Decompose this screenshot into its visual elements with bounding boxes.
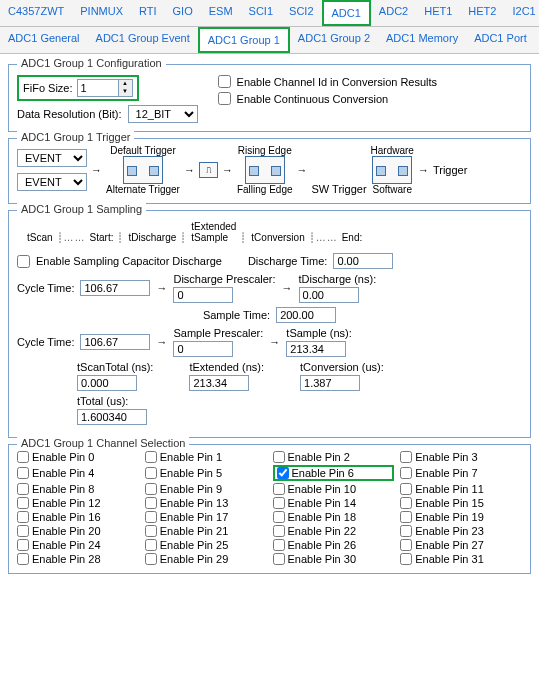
enable-pin-3-label: Enable Pin 3 bbox=[415, 451, 477, 463]
tscantotal-input[interactable] bbox=[77, 375, 137, 391]
discharge-prescaler-input[interactable] bbox=[173, 287, 233, 303]
enable-pin-9-label: Enable Pin 9 bbox=[160, 483, 222, 495]
sub-tab-adc1-group-event[interactable]: ADC1 Group Event bbox=[88, 27, 198, 53]
channel-item-25: Enable Pin 25 bbox=[145, 539, 267, 551]
trigger-block-3 bbox=[372, 156, 412, 184]
tsample-ns-input[interactable] bbox=[286, 341, 346, 357]
enable-pin-16-label: Enable Pin 16 bbox=[32, 511, 101, 523]
top-tab-adc1[interactable]: ADC1 bbox=[322, 0, 371, 26]
top-tab-rti[interactable]: RTI bbox=[131, 0, 165, 26]
enable-pin-14-checkbox[interactable] bbox=[273, 497, 285, 509]
enable-pin-7-checkbox[interactable] bbox=[400, 467, 412, 479]
enable-pin-0-checkbox[interactable] bbox=[17, 451, 29, 463]
enable-pin-27-checkbox[interactable] bbox=[400, 539, 412, 551]
sub-tab-bar: ADC1 GeneralADC1 Group EventADC1 Group 1… bbox=[0, 27, 539, 54]
enable-pin-12-checkbox[interactable] bbox=[17, 497, 29, 509]
sub-tab-adc1-group-1[interactable]: ADC1 Group 1 bbox=[198, 27, 290, 53]
top-tab-gio[interactable]: GIO bbox=[165, 0, 201, 26]
top-tab-c4357zwt[interactable]: C4357ZWT bbox=[0, 0, 72, 26]
enable-pin-29-checkbox[interactable] bbox=[145, 553, 157, 565]
wave-block: ⎍ bbox=[199, 162, 218, 178]
enable-pin-30-checkbox[interactable] bbox=[273, 553, 285, 565]
sample-time-label: Sample Time: bbox=[203, 309, 270, 321]
sample-prescaler-input[interactable] bbox=[173, 341, 233, 357]
res-select[interactable]: 12_BIT bbox=[128, 105, 198, 123]
enable-pin-5-checkbox[interactable] bbox=[145, 467, 157, 479]
textended-label: tExtended (ns): bbox=[189, 361, 264, 373]
enable-pin-26-checkbox[interactable] bbox=[273, 539, 285, 551]
trigger-select-1[interactable]: EVENT bbox=[17, 149, 87, 167]
fifo-spinner[interactable]: ▲▼ bbox=[77, 79, 133, 97]
top-tab-adc2[interactable]: ADC2 bbox=[371, 0, 416, 26]
top-tab-pinmux[interactable]: PINMUX bbox=[72, 0, 131, 26]
channel-item-15: Enable Pin 15 bbox=[400, 497, 522, 509]
tconversion-input[interactable] bbox=[300, 375, 360, 391]
enable-pin-28-checkbox[interactable] bbox=[17, 553, 29, 565]
fifo-input[interactable] bbox=[78, 80, 118, 96]
sample-time-input[interactable] bbox=[276, 307, 336, 323]
top-tab-het1[interactable]: HET1 bbox=[416, 0, 460, 26]
enable-pin-10-checkbox[interactable] bbox=[273, 483, 285, 495]
enable-cont-label: Enable Continuous Conversion bbox=[237, 93, 389, 105]
sub-tab-adc1-general[interactable]: ADC1 General bbox=[0, 27, 88, 53]
timing-diagram: tScan ┊…… Start: ┊ tDischarge ┊ tExtende… bbox=[17, 221, 522, 243]
channel-item-22: Enable Pin 22 bbox=[273, 525, 395, 537]
enable-pin-22-checkbox[interactable] bbox=[273, 525, 285, 537]
enable-pin-21-checkbox[interactable] bbox=[145, 525, 157, 537]
trigger-select-2[interactable]: EVENT bbox=[17, 173, 87, 191]
enable-pin-16-checkbox[interactable] bbox=[17, 511, 29, 523]
fifo-highlight: FiFo Size: ▲▼ bbox=[17, 75, 139, 101]
enable-pin-23-label: Enable Pin 23 bbox=[415, 525, 484, 537]
enable-pin-13-checkbox[interactable] bbox=[145, 497, 157, 509]
enable-chanid-checkbox[interactable] bbox=[218, 75, 231, 88]
tdischarge-ns-input[interactable] bbox=[299, 287, 359, 303]
top-tab-i2c1[interactable]: I2C1 bbox=[504, 0, 539, 26]
ttotal-input[interactable] bbox=[77, 409, 147, 425]
enable-pin-1-checkbox[interactable] bbox=[145, 451, 157, 463]
trigger-block-2 bbox=[245, 156, 285, 184]
enable-pin-15-label: Enable Pin 15 bbox=[415, 497, 484, 509]
enable-pin-8-checkbox[interactable] bbox=[17, 483, 29, 495]
enable-pin-4-checkbox[interactable] bbox=[17, 467, 29, 479]
textended-input[interactable] bbox=[189, 375, 249, 391]
discharge-time-input[interactable] bbox=[333, 253, 393, 269]
sw-trigger-label: SW Trigger bbox=[312, 183, 367, 195]
enable-pin-3-checkbox[interactable] bbox=[400, 451, 412, 463]
enable-pin-19-checkbox[interactable] bbox=[400, 511, 412, 523]
config-fieldset: ADC1 Group 1 Configuration FiFo Size: ▲▼… bbox=[8, 64, 531, 132]
channel-item-14: Enable Pin 14 bbox=[273, 497, 395, 509]
top-tab-esm[interactable]: ESM bbox=[201, 0, 241, 26]
channel-item-8: Enable Pin 8 bbox=[17, 483, 139, 495]
cycle-time-2-input[interactable] bbox=[80, 334, 150, 350]
sub-tab-adc1-memory[interactable]: ADC1 Memory bbox=[378, 27, 466, 53]
enable-cont-checkbox[interactable] bbox=[218, 92, 231, 105]
top-tab-sci1[interactable]: SCI1 bbox=[241, 0, 281, 26]
enable-pin-24-checkbox[interactable] bbox=[17, 539, 29, 551]
enable-discharge-checkbox[interactable] bbox=[17, 255, 30, 268]
sampling-legend: ADC1 Group 1 Sampling bbox=[17, 203, 146, 215]
sub-tab-adc1-group-2[interactable]: ADC1 Group 2 bbox=[290, 27, 378, 53]
enable-pin-25-checkbox[interactable] bbox=[145, 539, 157, 551]
cycle-time-1-input[interactable] bbox=[80, 280, 150, 296]
fifo-up-icon[interactable]: ▲ bbox=[118, 80, 132, 88]
enable-pin-9-checkbox[interactable] bbox=[145, 483, 157, 495]
channel-item-30: Enable Pin 30 bbox=[273, 553, 395, 565]
enable-pin-15-checkbox[interactable] bbox=[400, 497, 412, 509]
top-tab-sci2[interactable]: SCI2 bbox=[281, 0, 321, 26]
sub-tab-adc1-port[interactable]: ADC1 Port bbox=[466, 27, 535, 53]
enable-pin-18-checkbox[interactable] bbox=[273, 511, 285, 523]
enable-pin-29-label: Enable Pin 29 bbox=[160, 553, 229, 565]
fifo-down-icon[interactable]: ▼ bbox=[118, 88, 132, 96]
res-label: Data Resolution (Bit): bbox=[17, 108, 122, 120]
enable-pin-17-checkbox[interactable] bbox=[145, 511, 157, 523]
enable-pin-31-checkbox[interactable] bbox=[400, 553, 412, 565]
enable-pin-6-checkbox[interactable] bbox=[277, 467, 289, 479]
channel-item-7: Enable Pin 7 bbox=[400, 465, 522, 481]
enable-pin-2-label: Enable Pin 2 bbox=[288, 451, 350, 463]
enable-pin-20-checkbox[interactable] bbox=[17, 525, 29, 537]
trigger-block-1 bbox=[123, 156, 163, 184]
enable-pin-11-checkbox[interactable] bbox=[400, 483, 412, 495]
top-tab-het2[interactable]: HET2 bbox=[460, 0, 504, 26]
enable-pin-23-checkbox[interactable] bbox=[400, 525, 412, 537]
enable-pin-2-checkbox[interactable] bbox=[273, 451, 285, 463]
